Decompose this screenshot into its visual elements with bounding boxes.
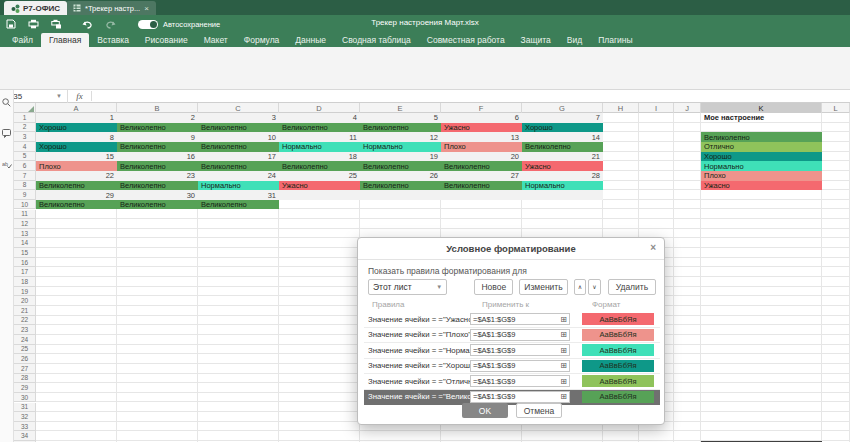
ribbon-tab-11[interactable]: Плагины bbox=[590, 33, 640, 47]
day-cell[interactable]: 22 bbox=[36, 171, 117, 181]
mood-cell[interactable]: Хорошо bbox=[36, 142, 117, 152]
row-header-31[interactable]: 31 bbox=[14, 403, 36, 413]
mood-cell[interactable]: Великолепно bbox=[117, 142, 198, 152]
column-header-E[interactable]: E bbox=[360, 103, 441, 113]
column-header-G[interactable]: G bbox=[522, 103, 603, 113]
day-cell[interactable]: 1 bbox=[36, 113, 117, 123]
row-header-18[interactable]: 18 bbox=[14, 277, 36, 287]
row-header-21[interactable]: 21 bbox=[14, 306, 36, 316]
rule-row-2[interactable]: Значение ячейки = ="Нормально"=$A$1:$G$9… bbox=[364, 343, 660, 359]
row-header-5[interactable]: 5 bbox=[14, 152, 36, 162]
row-header-12[interactable]: 12 bbox=[14, 219, 36, 229]
row-header-25[interactable]: 25 bbox=[14, 345, 36, 355]
quick-print-icon[interactable] bbox=[51, 19, 62, 29]
row-header-30[interactable]: 30 bbox=[14, 393, 36, 403]
day-cell[interactable]: 3 bbox=[198, 113, 279, 123]
mood-cell[interactable]: Нормально bbox=[279, 142, 360, 152]
day-cell[interactable] bbox=[441, 190, 522, 200]
row-header-24[interactable]: 24 bbox=[14, 335, 36, 345]
column-header-D[interactable]: D bbox=[279, 103, 360, 113]
day-cell[interactable]: 19 bbox=[360, 152, 441, 162]
row-header-27[interactable]: 27 bbox=[14, 364, 36, 374]
ribbon-tab-1[interactable]: Главная bbox=[41, 33, 89, 47]
legend-item[interactable]: Великолепно bbox=[701, 132, 822, 142]
ribbon-tab-7[interactable]: Сводная таблица bbox=[334, 33, 419, 47]
range-picker-icon[interactable]: ⊞ bbox=[560, 346, 567, 355]
row-header-33[interactable]: 33 bbox=[14, 422, 36, 432]
ribbon-tab-0[interactable]: Файл bbox=[4, 33, 41, 47]
mood-cell[interactable]: Великолепно bbox=[117, 200, 198, 210]
row-header-14[interactable]: 14 bbox=[14, 238, 36, 248]
row-header-16[interactable]: 16 bbox=[14, 258, 36, 268]
document-tab[interactable]: *Трекер настр... × bbox=[66, 1, 156, 15]
row-header-34[interactable]: 34 bbox=[14, 431, 36, 441]
row-header-15[interactable]: 15 bbox=[14, 248, 36, 258]
mood-cell[interactable]: Великолепно bbox=[522, 142, 603, 152]
ribbon-tab-8[interactable]: Совместная работа bbox=[419, 33, 513, 47]
range-picker-icon[interactable]: ⊞ bbox=[560, 315, 567, 324]
row-header-4[interactable]: 4 bbox=[14, 142, 36, 152]
mood-cell[interactable]: Ужасно bbox=[279, 181, 360, 191]
mood-cell[interactable]: Плохо bbox=[36, 161, 117, 171]
move-rule-down-button[interactable]: ∨ bbox=[588, 279, 601, 295]
mood-cell[interactable]: Хорошо bbox=[522, 123, 603, 133]
row-header-20[interactable]: 20 bbox=[14, 296, 36, 306]
day-cell[interactable]: 8 bbox=[36, 132, 117, 142]
mood-cell[interactable]: Великолепно bbox=[117, 123, 198, 133]
row-header-17[interactable]: 17 bbox=[14, 267, 36, 277]
column-header-I[interactable]: I bbox=[639, 103, 674, 113]
row-header-29[interactable]: 29 bbox=[14, 383, 36, 393]
day-cell[interactable]: 15 bbox=[36, 152, 117, 162]
print-icon[interactable] bbox=[28, 19, 39, 29]
mood-cell[interactable]: Великолепно bbox=[198, 200, 279, 210]
row-header-23[interactable]: 23 bbox=[14, 325, 36, 335]
mood-cell[interactable]: Великолепно bbox=[279, 123, 360, 133]
mood-cell[interactable]: Нормально bbox=[522, 181, 603, 191]
mood-cell[interactable]: Великолепно bbox=[360, 123, 441, 133]
ribbon-tab-4[interactable]: Макет bbox=[196, 33, 236, 47]
day-cell[interactable]: 6 bbox=[441, 113, 522, 123]
mood-cell[interactable]: Великолепно bbox=[360, 181, 441, 191]
rule-row-3[interactable]: Значение ячейки = ="Хорошо"=$A$1:$G$9⊞Аа… bbox=[364, 359, 660, 375]
ribbon-tab-2[interactable]: Вставка bbox=[89, 33, 137, 47]
new-rule-button[interactable]: Новое bbox=[474, 279, 513, 295]
column-header-L[interactable]: L bbox=[822, 103, 850, 113]
save-icon[interactable] bbox=[6, 19, 16, 29]
rule-range-input[interactable]: =$A$1:$G$9⊞ bbox=[470, 375, 570, 387]
rule-range-input[interactable]: =$A$1:$G$9⊞ bbox=[470, 391, 570, 403]
rules-scope-select[interactable]: Этот лист▼ bbox=[368, 279, 447, 295]
row-header-7[interactable]: 7 bbox=[14, 171, 36, 181]
cancel-button[interactable]: Отмена bbox=[516, 403, 562, 418]
row-header-11[interactable]: 11 bbox=[14, 210, 36, 220]
mood-cell[interactable]: Великолепно bbox=[198, 142, 279, 152]
legend-item[interactable]: Плохо bbox=[701, 171, 822, 181]
column-header-J[interactable]: J bbox=[674, 103, 701, 113]
rule-range-input[interactable]: =$A$1:$G$9⊞ bbox=[470, 344, 570, 356]
day-cell[interactable]: 28 bbox=[522, 171, 603, 181]
row-header-28[interactable]: 28 bbox=[14, 374, 36, 384]
column-header-A[interactable]: A bbox=[36, 103, 117, 113]
rule-row-0[interactable]: Значение ячейки = ="Ужасно"=$A$1:$G$9⊞Аа… bbox=[364, 312, 660, 328]
row-header-10[interactable]: 10 bbox=[14, 200, 36, 210]
select-all-corner[interactable] bbox=[14, 103, 36, 113]
day-cell[interactable]: 9 bbox=[117, 132, 198, 142]
day-cell[interactable]: 18 bbox=[279, 152, 360, 162]
redo-icon[interactable] bbox=[105, 20, 116, 29]
comments-icon[interactable] bbox=[2, 129, 11, 138]
rule-row-1[interactable]: Значение ячейки = ="Плохо"=$A$1:$G$9⊞АаВ… bbox=[364, 328, 660, 344]
row-header-26[interactable]: 26 bbox=[14, 354, 36, 364]
ribbon-tab-3[interactable]: Рисование bbox=[137, 33, 196, 47]
day-cell[interactable]: 14 bbox=[522, 132, 603, 142]
ribbon-tab-5[interactable]: Формула bbox=[236, 33, 288, 47]
row-header-8[interactable]: 8 bbox=[14, 181, 36, 191]
ribbon-tab-6[interactable]: Данные bbox=[287, 33, 334, 47]
range-picker-icon[interactable]: ⊞ bbox=[560, 392, 567, 401]
autosave-toggle[interactable] bbox=[138, 20, 158, 29]
spellcheck-icon[interactable]: ab bbox=[2, 160, 12, 169]
mood-cell[interactable]: Хорошо bbox=[36, 123, 117, 133]
mood-cell[interactable]: Великолепно bbox=[198, 161, 279, 171]
column-header-F[interactable]: F bbox=[441, 103, 522, 113]
row-header-13[interactable]: 13 bbox=[14, 229, 36, 239]
dialog-close-icon[interactable]: × bbox=[650, 242, 656, 253]
insert-function-icon[interactable]: fx bbox=[68, 91, 92, 101]
